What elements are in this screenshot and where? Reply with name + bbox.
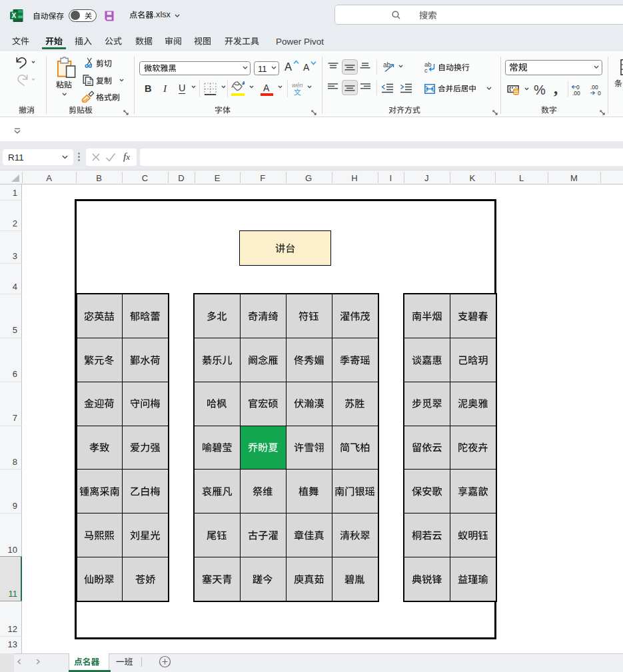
- svg-text:.00: .00: [572, 90, 580, 96]
- svg-text:c: c: [424, 67, 428, 73]
- svg-text:0: 0: [598, 90, 601, 96]
- svg-text:X: X: [11, 12, 16, 19]
